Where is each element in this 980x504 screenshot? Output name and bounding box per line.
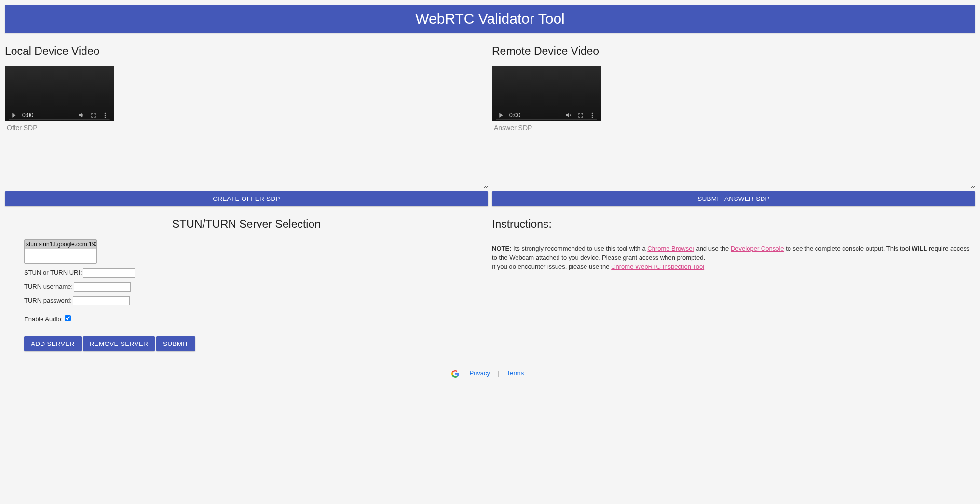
turn-password-input[interactable] [73, 296, 130, 305]
instr-text-2: and use the [694, 245, 731, 252]
terms-link[interactable]: Terms [507, 370, 524, 377]
uri-label: STUN or TURN URI: [24, 269, 82, 276]
play-icon[interactable] [497, 111, 504, 119]
answer-sdp-textarea[interactable] [492, 121, 975, 188]
footer-separator: | [498, 370, 499, 377]
local-column: Local Device Video 0:00 Create Of [5, 33, 488, 351]
instructions-heading: Instructions: [492, 218, 975, 231]
remote-video-heading: Remote Device Video [492, 45, 975, 58]
chrome-browser-link[interactable]: Chrome Browser [647, 245, 694, 252]
main-columns: Local Device Video 0:00 Create Of [5, 33, 975, 351]
submit-answer-button[interactable]: Submit Answer SDP [492, 191, 975, 206]
more-icon[interactable] [101, 111, 109, 119]
server-button-row: Add Server Remove Server Submit [24, 336, 469, 351]
play-icon[interactable] [10, 111, 17, 119]
fullscreen-icon[interactable] [577, 111, 585, 119]
local-video-heading: Local Device Video [5, 45, 488, 58]
page-title: WebRTC Validator Tool [415, 11, 565, 27]
local-video-time: 0:00 [22, 112, 33, 119]
volume-icon[interactable] [78, 111, 86, 119]
remote-video-time: 0:00 [509, 112, 520, 119]
fullscreen-icon[interactable] [90, 111, 97, 119]
local-video-seekbar[interactable] [9, 119, 110, 120]
remote-video-seekbar[interactable] [496, 119, 597, 120]
password-row: TURN password: [24, 296, 469, 305]
password-label: TURN password: [24, 297, 72, 304]
remote-column: Remote Device Video 0:00 Submit A [492, 33, 975, 351]
remove-server-button[interactable]: Remove Server [83, 336, 155, 351]
servers-heading: STUN/TURN Server Selection [5, 218, 488, 231]
enable-audio-checkbox[interactable] [65, 315, 71, 321]
instr-text-3: to see the complete console output. This… [784, 245, 912, 252]
server-option[interactable]: stun:stun1.l.google.com:19302 [25, 240, 96, 249]
more-icon[interactable] [588, 111, 596, 119]
username-row: TURN username: [24, 282, 469, 292]
username-label: TURN username: [24, 283, 73, 290]
server-list[interactable]: stun:stun1.l.google.com:19302 [24, 239, 97, 264]
local-video-player[interactable]: 0:00 [5, 66, 114, 121]
uri-input[interactable] [83, 268, 135, 278]
volume-icon[interactable] [565, 111, 573, 119]
submit-servers-button[interactable]: Submit [156, 336, 195, 351]
will-word: WILL [912, 245, 927, 252]
uri-row: STUN or TURN URI: [24, 268, 469, 278]
issues-prefix: If you do encounter issues, please use t… [492, 263, 611, 270]
server-block: stun:stun1.l.google.com:19302 STUN or TU… [5, 239, 488, 351]
remote-video-player[interactable]: 0:00 [492, 66, 601, 121]
footer: Privacy | Terms [5, 370, 975, 378]
instr-text-1: Its strongly recommended to use this too… [511, 245, 647, 252]
google-logo-icon [451, 370, 459, 378]
privacy-link[interactable]: Privacy [469, 370, 490, 377]
audio-row: Enable Audio: [24, 315, 469, 323]
offer-sdp-textarea[interactable] [5, 121, 488, 188]
note-label: NOTE: [492, 245, 511, 252]
page-header: WebRTC Validator Tool [5, 5, 975, 33]
add-server-button[interactable]: Add Server [24, 336, 82, 351]
create-offer-button[interactable]: Create Offer SDP [5, 191, 488, 206]
webrtc-inspection-link[interactable]: Chrome WebRTC Inspection Tool [611, 263, 704, 270]
turn-username-input[interactable] [74, 282, 131, 292]
audio-label: Enable Audio: [24, 316, 63, 323]
developer-console-link[interactable]: Developer Console [731, 245, 784, 252]
instructions-text: NOTE: Its strongly recommended to use th… [492, 244, 975, 272]
